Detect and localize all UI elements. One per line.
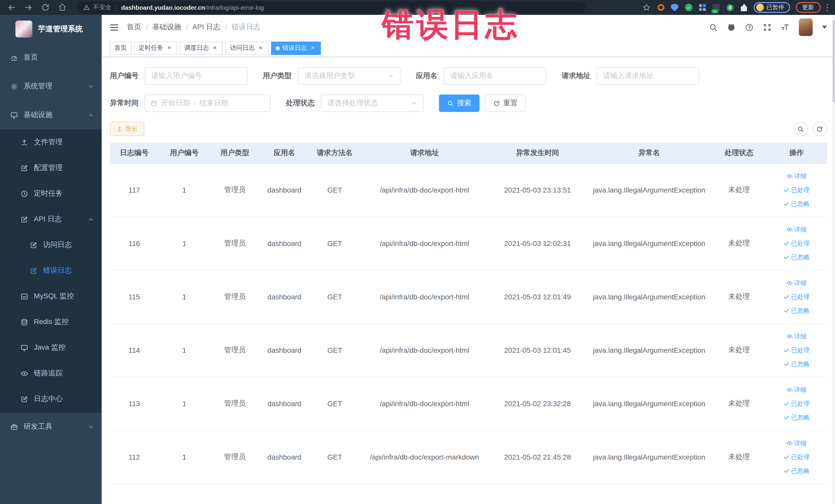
- extension-leaf-icon[interactable]: [726, 3, 734, 12]
- back-icon[interactable]: [7, 3, 16, 12]
- breadcrumb-home[interactable]: 首页: [127, 23, 141, 32]
- sidebar-item-home[interactable]: 首页: [0, 43, 102, 72]
- reset-button[interactable]: 重置: [485, 95, 526, 112]
- cell-user-type: 管理员: [210, 217, 260, 270]
- extension-on-badge-icon[interactable]: on: [712, 3, 720, 12]
- browser-update-button[interactable]: 更新: [795, 2, 821, 13]
- sidebar-item-scheduled-tasks[interactable]: 定时任务: [0, 181, 102, 206]
- row-actions: 详细 已处理 已忽略: [766, 439, 827, 475]
- user-id-input[interactable]: 请输入用户编号: [145, 67, 247, 85]
- filter-user-type: 用户类型 请选择用户类型: [263, 67, 401, 85]
- tab-access-log[interactable]: 访问日志 ×: [225, 41, 268, 55]
- extension-green-check-icon[interactable]: [684, 3, 693, 12]
- tab-home[interactable]: 首页: [110, 41, 131, 55]
- sidebar-item-access-log[interactable]: 访问日志: [0, 232, 102, 258]
- extensions-puzzle-icon[interactable]: [740, 3, 748, 12]
- app-logo[interactable]: 芋道管理系统: [0, 15, 102, 43]
- app-name-input[interactable]: 请输入应用名: [444, 67, 546, 85]
- request-url-input[interactable]: 请输入请求地址: [596, 67, 699, 85]
- search-icon: [797, 125, 804, 132]
- mark-processed-link[interactable]: 已处理: [783, 452, 810, 461]
- tab-error-log[interactable]: 错误日志 ×: [271, 41, 321, 55]
- breadcrumb-infrastructure[interactable]: 基础设施: [152, 23, 181, 32]
- mark-processed-link[interactable]: 已处理: [783, 186, 810, 194]
- mark-ignored-link[interactable]: 已忽略: [783, 413, 810, 422]
- close-icon[interactable]: ×: [257, 45, 264, 52]
- scrollbar-thumb[interactable]: [832, 20, 834, 102]
- bookmark-star-icon[interactable]: [642, 3, 651, 12]
- sidebar-item-file-mgmt[interactable]: 文件管理: [0, 129, 102, 155]
- tab-dispatch-log[interactable]: 调度日志 ×: [180, 41, 223, 55]
- date-range-picker[interactable]: 开始日期 - 结束日期: [145, 95, 270, 112]
- mark-ignored-link[interactable]: 已忽略: [783, 360, 810, 368]
- close-icon[interactable]: ×: [309, 45, 316, 52]
- sidebar-item-mysql-monitor[interactable]: MySQL 监控: [0, 283, 102, 309]
- mark-processed-link[interactable]: 已处理: [783, 239, 810, 248]
- chevron-down-icon: [88, 424, 94, 429]
- mark-processed-link[interactable]: 已处理: [783, 346, 810, 355]
- chevron-up-icon: [88, 217, 94, 222]
- row-actions: 详细 已处理 已忽略: [766, 332, 827, 368]
- github-icon[interactable]: [727, 23, 735, 32]
- cell-exception-name: java.lang.IllegalArgumentException: [586, 377, 712, 430]
- check-icon: [783, 347, 790, 353]
- field-label: 用户类型: [263, 72, 291, 81]
- search-icon[interactable]: [709, 23, 717, 32]
- cell-app-name: dashboard: [260, 377, 309, 430]
- user-avatar[interactable]: [798, 19, 812, 36]
- cell-method: GET: [309, 377, 360, 430]
- search-button[interactable]: 搜索: [439, 95, 480, 112]
- column-header-method: 请求方法名: [309, 143, 360, 163]
- home-icon[interactable]: [58, 3, 67, 12]
- sidebar-item-java-monitor[interactable]: Java 监控: [0, 335, 102, 361]
- profile-paused-badge[interactable]: 已暂停: [754, 2, 790, 13]
- font-size-icon[interactable]: [780, 23, 789, 32]
- sidebar-item-config-mgmt[interactable]: 配置管理: [0, 155, 102, 181]
- eye-icon: [787, 387, 793, 393]
- breadcrumb-api-log[interactable]: API 日志: [192, 23, 221, 32]
- fullscreen-icon[interactable]: [762, 23, 771, 32]
- toggle-search-button[interactable]: [793, 122, 808, 136]
- mark-ignored-link[interactable]: 已忽略: [783, 253, 810, 262]
- sidebar-item-redis-monitor[interactable]: Redis 监控: [0, 309, 102, 335]
- caret-down-icon[interactable]: [822, 26, 827, 29]
- reload-icon[interactable]: [41, 3, 50, 12]
- export-button[interactable]: 导出: [110, 122, 144, 136]
- detail-link[interactable]: 详细: [787, 172, 807, 181]
- detail-link[interactable]: 详细: [787, 385, 807, 394]
- extension-shield-icon[interactable]: [670, 3, 679, 12]
- process-status-select[interactable]: 请选择处理状态: [321, 95, 424, 112]
- tab-label: 错误日志: [282, 44, 307, 53]
- refresh-button[interactable]: [812, 122, 827, 136]
- detail-link[interactable]: 详细: [787, 439, 807, 447]
- sidebar-item-label: Java 监控: [34, 343, 65, 352]
- mark-processed-link[interactable]: 已处理: [783, 293, 810, 301]
- sidebar-item-error-log[interactable]: 错误日志: [0, 258, 102, 283]
- help-icon[interactable]: [745, 23, 753, 32]
- close-icon[interactable]: ×: [166, 45, 172, 52]
- sidebar-item-dev-tools[interactable]: 研发工具: [0, 412, 102, 441]
- mark-ignored-link[interactable]: 已忽略: [783, 466, 810, 475]
- cell-exception-time: 2021-05-03 12:01:45: [489, 323, 586, 377]
- mark-ignored-link[interactable]: 已忽略: [783, 306, 810, 315]
- mark-processed-link[interactable]: 已处理: [783, 399, 810, 408]
- sidebar-item-log-center[interactable]: 日志中心: [0, 386, 102, 412]
- close-icon[interactable]: ×: [211, 45, 218, 52]
- browser-menu-icon[interactable]: [826, 4, 828, 11]
- tab-scheduled-tasks[interactable]: 定时任务 ×: [134, 41, 177, 55]
- cell-method: GET: [309, 217, 360, 270]
- hamburger-icon[interactable]: [109, 22, 119, 32]
- detail-link[interactable]: 详细: [787, 332, 807, 341]
- sidebar-item-label: 研发工具: [24, 422, 53, 431]
- forward-icon[interactable]: [24, 3, 33, 12]
- user-type-select[interactable]: 请选择用户类型: [298, 67, 401, 85]
- mark-ignored-link[interactable]: 已忽略: [783, 200, 810, 208]
- sidebar-item-infrastructure[interactable]: 基础设施: [0, 101, 102, 129]
- detail-link[interactable]: 详细: [787, 279, 807, 287]
- sidebar-item-tracing[interactable]: 链路追踪: [0, 361, 102, 386]
- extension-grid-icon[interactable]: [698, 3, 707, 12]
- sidebar-item-api-log[interactable]: API 日志: [0, 206, 102, 232]
- detail-link[interactable]: 详细: [787, 225, 807, 234]
- sidebar-item-system-mgmt[interactable]: 系统管理: [0, 72, 102, 101]
- extension-orange-icon[interactable]: [657, 3, 665, 12]
